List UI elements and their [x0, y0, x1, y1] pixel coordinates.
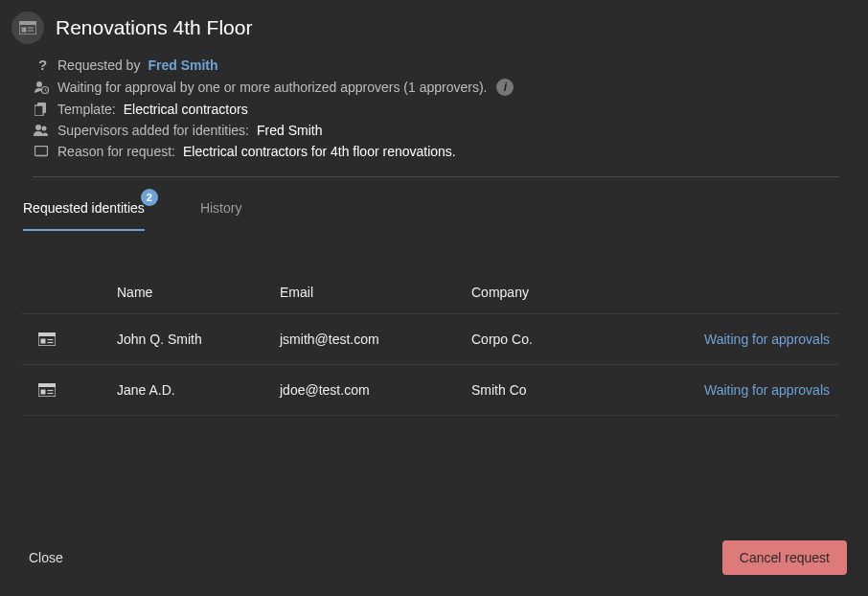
cell-status[interactable]: Waiting for approvals — [663, 332, 839, 347]
table-header-row: Name Email Company — [21, 277, 839, 313]
identity-icon — [11, 11, 44, 44]
dialog-header: Renovations 4th Floor — [11, 11, 839, 44]
svg-point-6 — [36, 81, 42, 87]
svg-rect-11 — [34, 105, 43, 116]
meta-waiting: Waiting for approval by one or more auth… — [33, 79, 839, 96]
svg-rect-2 — [22, 28, 27, 33]
col-email: Email — [280, 285, 471, 300]
meta-supervisors: Supervisors added for identities: Fred S… — [33, 123, 839, 138]
meta-requested-by: ? Requested by Fred Smith — [33, 57, 839, 73]
svg-rect-14 — [35, 147, 48, 156]
template-label: Template: — [57, 102, 116, 117]
cell-email: jdoe@test.com — [280, 382, 471, 398]
close-button[interactable]: Close — [29, 550, 63, 565]
identity-card-icon — [21, 332, 117, 346]
meta-info: ? Requested by Fred Smith Waiting for ap… — [33, 57, 839, 159]
tab-identities-label: Requested identities — [23, 200, 145, 216]
svg-rect-22 — [41, 390, 46, 395]
identity-card-icon — [21, 383, 117, 397]
info-icon[interactable]: i — [496, 79, 514, 96]
tab-requested-identities[interactable]: Requested identities 2 — [23, 200, 145, 231]
cell-status[interactable]: Waiting for approvals — [663, 382, 839, 398]
svg-point-13 — [42, 126, 47, 131]
reason-icon — [33, 146, 50, 157]
svg-point-12 — [35, 125, 41, 130]
supervisors-label: Supervisors added for identities: — [57, 123, 249, 138]
col-name: Name — [117, 285, 280, 300]
reason-label: Reason for request: — [57, 144, 175, 159]
supervisor-icon — [33, 124, 50, 137]
dialog-footer: Close Cancel request — [0, 523, 868, 596]
cell-name: John Q. Smith — [117, 332, 280, 347]
cell-company: Smith Co — [471, 382, 663, 398]
reason-value: Electrical contractors for 4th floor ren… — [183, 144, 456, 159]
svg-rect-21 — [38, 383, 56, 387]
cell-email: jsmith@test.com — [280, 332, 471, 347]
divider — [33, 176, 839, 177]
svg-text:?: ? — [38, 57, 47, 73]
help-icon: ? — [33, 57, 50, 73]
waiting-text: Waiting for approval by one or more auth… — [57, 80, 487, 95]
cell-name: Jane A.D. — [117, 382, 280, 398]
meta-reason: Reason for request: Electrical contracto… — [33, 144, 839, 159]
supervisors-value: Fred Smith — [257, 123, 322, 138]
col-company: Company — [471, 285, 663, 300]
identities-count-badge: 2 — [141, 189, 158, 206]
tabs: Requested identities 2 History — [23, 200, 839, 231]
tab-history[interactable]: History — [200, 200, 242, 231]
table-row: Jane A.D. jdoe@test.com Smith Co Waiting… — [21, 364, 839, 416]
template-icon — [33, 103, 50, 116]
requested-by-link[interactable]: Fred Smith — [148, 57, 217, 73]
template-value: Electrical contractors — [124, 102, 248, 117]
requested-by-label: Requested by — [57, 57, 140, 73]
identities-table: Name Email Company John Q. Smith jsmith@… — [21, 277, 839, 416]
person-clock-icon — [33, 80, 50, 94]
cell-company: Corpo Co. — [471, 332, 663, 347]
svg-rect-17 — [41, 339, 46, 344]
meta-template: Template: Electrical contractors — [33, 102, 839, 117]
table-row: John Q. Smith jsmith@test.com Corpo Co. … — [21, 313, 839, 364]
svg-rect-16 — [38, 332, 56, 336]
cancel-request-button[interactable]: Cancel request — [722, 540, 847, 575]
page-title: Renovations 4th Floor — [56, 16, 252, 39]
svg-rect-1 — [19, 21, 36, 25]
